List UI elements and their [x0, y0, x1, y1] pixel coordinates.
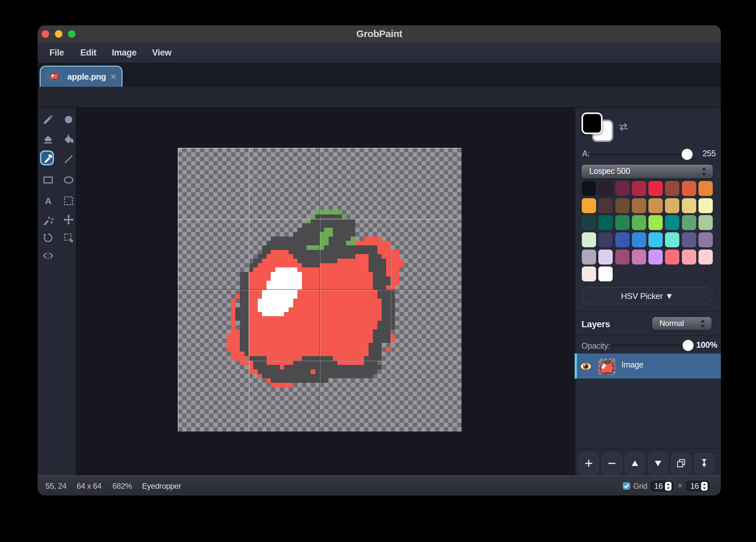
svg-text:A: A — [45, 196, 51, 206]
